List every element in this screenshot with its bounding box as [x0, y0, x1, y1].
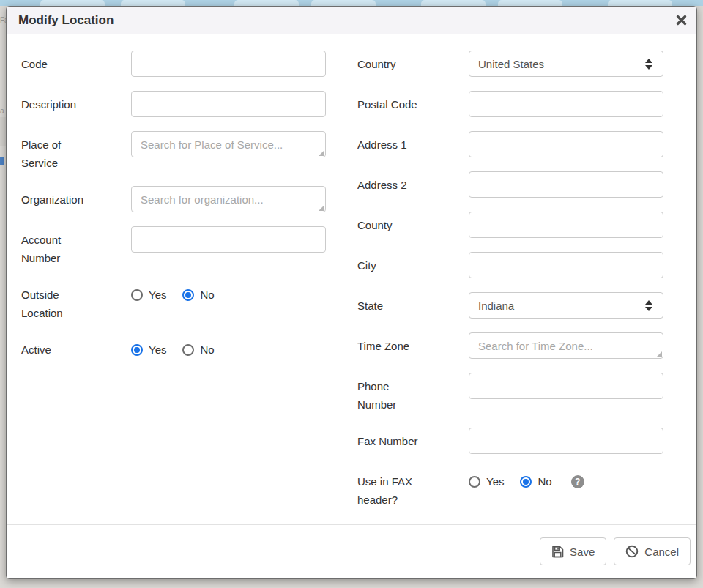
city-input[interactable] [469, 252, 663, 278]
updown-arrows-icon [645, 300, 652, 311]
time-zone-search[interactable] [469, 332, 663, 359]
active-label: Active [21, 336, 94, 359]
question-mark-icon[interactable]: ? [571, 475, 584, 488]
close-icon [676, 15, 687, 26]
background-tab-strip [0, 0, 703, 6]
background-tab [40, 0, 105, 6]
account-number-label: Account Number [21, 226, 94, 267]
field-row-fax-number: Fax Number [357, 428, 679, 454]
form-column-left: Code Description Place of Service Organi… [21, 51, 350, 524]
radio-icon[interactable] [469, 476, 480, 488]
address2-label: Address 2 [357, 171, 431, 194]
background-tab [234, 0, 299, 6]
radio-icon[interactable] [131, 344, 143, 356]
outside-location-radio-no[interactable]: No [182, 288, 214, 302]
field-row-code: Code [21, 51, 330, 77]
background-fragment [0, 117, 6, 146]
field-row-outside-location: Outside Location Yes No [21, 281, 330, 322]
address2-input[interactable] [469, 171, 663, 198]
field-row-county: County [357, 212, 679, 238]
radio-icon[interactable] [182, 344, 194, 356]
state-select[interactable]: Indiana [469, 292, 663, 319]
field-row-address1: Address 1 [357, 131, 679, 157]
description-label: Description [21, 91, 94, 113]
field-row-phone-number: Phone Number [357, 373, 679, 414]
state-select-value: Indiana [478, 299, 645, 312]
field-row-place-of-service: Place of Service [21, 131, 330, 172]
field-row-organization: Organization [21, 186, 330, 212]
close-button[interactable] [666, 7, 696, 34]
code-label: Code [21, 51, 94, 73]
active-radio-group: Yes No [131, 336, 326, 357]
save-icon [551, 546, 564, 558]
phone-number-label: Phone Number [357, 373, 431, 414]
phone-number-input[interactable] [469, 373, 663, 399]
organization-search[interactable] [131, 186, 326, 212]
place-of-service-search[interactable] [131, 131, 326, 157]
field-row-account-number: Account Number [21, 226, 330, 267]
fax-header-radio-no[interactable]: No [520, 475, 551, 489]
background-tab [608, 0, 672, 6]
county-label: County [357, 212, 431, 234]
postal-code-input[interactable] [469, 91, 663, 117]
description-input[interactable] [131, 91, 326, 117]
fax-header-radio-group: Yes No ? [469, 468, 663, 489]
resize-grip-icon [319, 205, 324, 211]
cancel-button[interactable]: Cancel [614, 537, 691, 565]
dialog-header: Modify Location [7, 7, 696, 34]
address1-label: Address 1 [357, 131, 431, 154]
field-row-postal-code: Postal Code [357, 91, 679, 117]
outside-location-radio-group: Yes No [131, 281, 326, 302]
country-select[interactable]: United States [469, 51, 663, 77]
background-tab [121, 0, 185, 6]
outside-location-label: Outside Location [21, 281, 94, 322]
save-button-label: Save [570, 546, 595, 558]
field-row-time-zone: Time Zone [357, 332, 679, 359]
field-row-country: Country United States [357, 51, 679, 77]
fax-header-radio-yes[interactable]: Yes [469, 475, 504, 489]
country-label: Country [357, 51, 431, 73]
field-row-state: State Indiana [357, 292, 679, 319]
postal-code-label: Postal Code [357, 91, 431, 113]
state-label: State [357, 292, 431, 315]
time-zone-label: Time Zone [357, 332, 431, 355]
fax-header-label: Use in FAX header? [357, 468, 431, 509]
resize-grip-icon [656, 351, 662, 357]
field-row-address2: Address 2 [357, 171, 679, 198]
field-row-description: Description [21, 91, 330, 117]
save-button[interactable]: Save [540, 537, 606, 565]
city-label: City [357, 252, 431, 275]
background-tab [311, 0, 376, 6]
resize-grip-icon [319, 150, 324, 156]
address1-input[interactable] [469, 131, 663, 157]
country-select-value: United States [478, 58, 645, 70]
dialog-body: Code Description Place of Service Organi… [7, 34, 696, 524]
updown-arrows-icon [645, 59, 652, 70]
account-number-input[interactable] [131, 226, 326, 253]
code-input[interactable] [131, 51, 326, 77]
active-radio-no[interactable]: No [182, 343, 214, 357]
organization-label: Organization [21, 186, 94, 209]
modify-location-dialog: Modify Location Code Description Place o… [6, 6, 697, 579]
background-fragment [0, 157, 4, 165]
cancel-button-label: Cancel [644, 546, 679, 558]
fax-number-input[interactable] [469, 428, 663, 454]
background-tab [498, 0, 562, 6]
radio-icon[interactable] [131, 289, 143, 301]
background-tab [421, 0, 486, 6]
field-row-city: City [357, 252, 679, 278]
background-text-fragment: a [0, 107, 4, 115]
fax-number-label: Fax Number [357, 428, 431, 450]
field-row-active: Active Yes No [21, 336, 330, 359]
form-column-right: Country United States Postal Code Addres… [350, 51, 679, 524]
active-radio-yes[interactable]: Yes [131, 343, 166, 357]
dialog-title: Modify Location [7, 13, 666, 28]
cancel-icon [625, 545, 639, 558]
radio-icon[interactable] [520, 476, 532, 488]
outside-location-radio-yes[interactable]: Yes [131, 288, 166, 302]
dialog-footer: Save Cancel [7, 524, 696, 578]
county-input[interactable] [469, 212, 663, 238]
field-row-fax-header: Use in FAX header? Yes No ? [357, 468, 679, 509]
place-of-service-label: Place of Service [21, 131, 94, 172]
radio-icon[interactable] [182, 289, 194, 301]
